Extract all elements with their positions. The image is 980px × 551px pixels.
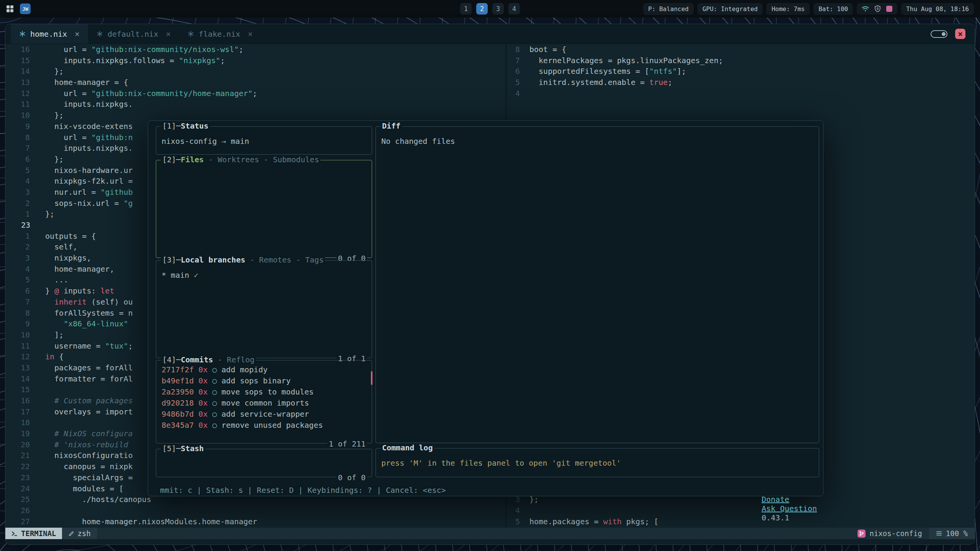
code-line[interactable]: 7 kernelPackages = pkgs.linuxPackages_ze… [506, 55, 975, 66]
commit-row[interactable]: 9486b7d 0x ○ add service-wrapper [162, 409, 366, 420]
lines-icon [936, 531, 942, 536]
commit-row[interactable]: b49ef1d 0x ○ add sops binary [162, 375, 366, 386]
bar-status-items: P: BalancedGPU: IntegratedHome: 7msBat: … [643, 3, 853, 15]
lazygit-status-title: [1]─Status [161, 121, 210, 130]
code-line[interactable]: 12 url = "github:nix-community/home-mana… [5, 88, 506, 99]
shell-indicator: zsh [62, 528, 97, 539]
diff-content: No changed files [376, 127, 819, 149]
lazygit-command-log-panel[interactable]: Command log press 'M' in the files panel… [376, 448, 819, 477]
workspace-button-1[interactable]: 1 [460, 3, 472, 15]
bar-left-cluster: JW [6, 3, 31, 14]
layout-toggle[interactable] [931, 30, 947, 38]
cmdline-area [5, 539, 975, 544]
bar-tray: 0 [857, 3, 897, 15]
workspaces: 1234 [460, 3, 520, 15]
lazygit-stash-panel[interactable]: [5]─Stash 0 of 0 [156, 449, 372, 477]
lazygit-status-panel[interactable]: [1]─Status nixos-config → main [156, 126, 372, 155]
lazygit-float-window: [1]─Status nixos-config → main [2]─Files… [148, 121, 823, 496]
code-line[interactable]: 14 }; [5, 66, 506, 77]
tab-label: default.nix [108, 29, 158, 39]
lazygit-stash-title: [5]─Stash [161, 444, 205, 453]
tab-default.nix[interactable]: default.nix× [88, 24, 179, 44]
tab-close-icon[interactable]: × [248, 29, 253, 39]
commit-row[interactable]: 8e345a7 0x ○ remove unused packages [162, 420, 366, 431]
workspace-button-4[interactable]: 4 [508, 3, 520, 15]
nix-snowflake-icon [96, 31, 103, 37]
scroll-indicator: 100 % [929, 528, 975, 539]
window-controls: × [931, 29, 969, 39]
command-log-content: press 'M' in the files panel to open 'gi… [376, 448, 819, 471]
lazygit-diff-title: Diff [381, 121, 402, 130]
tab-flake.nix[interactable]: flake.nix× [179, 24, 261, 44]
code-line[interactable]: 5 initrd.systemd.enable = true; [506, 77, 975, 88]
code-line[interactable]: 11 inputs.nixpkgs. [5, 99, 506, 110]
lazygit-commits-title: [4]─Commits - Reflog [161, 355, 256, 364]
tab-home.nix[interactable]: home.nix× [11, 24, 88, 44]
lazygit-files-title: [2]─Files - Worktrees - Submodules [161, 155, 320, 164]
git-repo-icon [858, 530, 866, 538]
top-bar: JW 1234 P: BalancedGPU: IntegratedHome: … [0, 0, 980, 18]
shield-notifications-icon[interactable]: 0 [874, 5, 881, 12]
lazygit-keybar: mmit: c | Stash: s | Reset: D | Keybindi… [160, 486, 817, 528]
code-line[interactable]: 13 home-manager = { [5, 77, 506, 88]
nix-snowflake-icon [188, 31, 194, 37]
code-line[interactable]: 8boot = { [506, 44, 975, 55]
mode-indicator: TERMINAL [5, 528, 62, 539]
commits-scrollbar[interactable] [371, 371, 372, 385]
bar-right-cluster: P: BalancedGPU: IntegratedHome: 7msBat: … [643, 3, 974, 15]
tab-label: home.nix [30, 29, 67, 39]
tab-close-icon[interactable]: × [166, 29, 171, 39]
donate-link[interactable]: Donate [762, 495, 789, 504]
keybindings-hint: mmit: c | Stash: s | Reset: D | Keybindi… [160, 486, 446, 528]
terminal-window: home.nix×default.nix×flake.nix× × 16 url… [5, 24, 975, 545]
statusline-right: nixos-config 100 % [851, 528, 975, 539]
app-launcher-icon[interactable] [6, 5, 14, 13]
color-swatch-icon[interactable] [886, 6, 892, 12]
tab-label: flake.nix [199, 29, 240, 39]
workspace-button-3[interactable]: 3 [492, 3, 504, 15]
edit-icon [69, 531, 74, 536]
bar-status-item: Bat: 100 [813, 3, 853, 15]
lazygit-footer-links: Donate Ask Question 0.43.1 [709, 486, 817, 528]
clock[interactable]: Thu Aug 08, 18:16 [901, 3, 974, 15]
commit-row[interactable]: 2a23950 0x ○ move sops to modules [162, 386, 366, 398]
lazygit-diff-panel[interactable]: Diff No changed files [376, 126, 819, 443]
terminal-mode-icon [11, 530, 18, 537]
nix-snowflake-icon [19, 31, 26, 37]
tab-bar: home.nix×default.nix×flake.nix× × [5, 24, 975, 44]
commit-row[interactable]: 2717f2f 0x ○ add mopidy [162, 364, 366, 375]
wifi-icon[interactable] [862, 6, 869, 12]
lazygit-commits-panel[interactable]: [4]─Commits - Reflog 2717f2f 0x ○ add mo… [156, 360, 372, 443]
tab-close-icon[interactable]: × [75, 29, 80, 39]
bar-status-item: P: Balanced [643, 3, 694, 15]
code-line[interactable]: 6 supportedFilesystems = ["ntfs"]; [506, 66, 975, 77]
ask-question-link[interactable]: Ask Question [762, 504, 817, 513]
lazygit-files-panel[interactable]: [2]─Files - Worktrees - Submodules 0 of … [156, 160, 372, 258]
mode-label: TERMINAL [21, 529, 56, 538]
shield-count: 0 [877, 7, 879, 11]
lazygit-branches-panel[interactable]: [3]─Local branches - Remotes - Tags * ma… [156, 260, 372, 358]
commit-row[interactable]: d920218 0x ○ move common imports [162, 398, 366, 409]
window-close-button[interactable]: × [955, 29, 965, 39]
code-line[interactable]: 4 [506, 88, 975, 99]
git-repo-indicator: nixos-config [851, 529, 929, 538]
repo-name: nixos-config [870, 529, 922, 538]
code-line[interactable] [506, 99, 975, 110]
code-line[interactable]: 16 url = "github:nix-community/nixos-wsl… [5, 44, 506, 55]
lazygit-command-log-title: Command log [381, 443, 434, 452]
code-line[interactable] [506, 110, 975, 121]
bar-status-item: Home: 7ms [766, 3, 810, 15]
editor-area: 16 url = "github:nix-community/nixos-wsl… [5, 44, 975, 528]
shell-label: zsh [78, 529, 91, 538]
tab-bar-tabs: home.nix×default.nix×flake.nix× [11, 24, 261, 44]
lazygit-branches-title: [3]─Local branches - Remotes - Tags [161, 255, 325, 264]
lazygit-version: 0.43.1 [762, 513, 789, 522]
code-line[interactable]: 15 inputs.nixpkgs.follows = "nixpkgs"; [5, 55, 506, 66]
workspace-button-2[interactable]: 2 [476, 3, 488, 15]
bar-status-item: GPU: Integrated [697, 3, 763, 15]
app-badge-icon[interactable]: JW [20, 3, 31, 14]
scroll-percent: 100 % [946, 529, 968, 538]
commit-list: 2717f2f 0x ○ add mopidyb49ef1d 0x ○ add … [156, 360, 372, 434]
code-line[interactable]: 10 }; [5, 110, 506, 121]
lazygit-stash-count: 0 of 0 [336, 473, 367, 482]
